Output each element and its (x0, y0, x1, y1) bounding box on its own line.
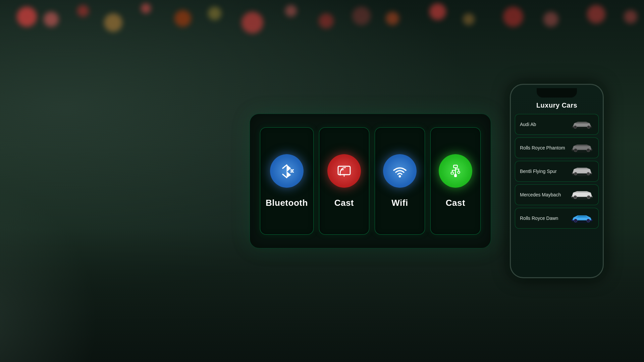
car-name: Rolls Royce Phantom (520, 145, 567, 151)
bluetooth-icon-circle (270, 154, 304, 188)
car-list-item[interactable]: Rolls Royce Dawn (515, 208, 599, 229)
car-image (570, 212, 594, 225)
car-name: Rolls Royce Dawn (520, 215, 567, 221)
svg-rect-36 (572, 220, 573, 221)
car-list-item[interactable]: Bentli Flying Spur (515, 161, 599, 182)
svg-point-2 (398, 175, 401, 177)
svg-point-40 (575, 220, 576, 221)
svg-rect-6 (454, 174, 457, 177)
svg-point-26 (575, 173, 576, 174)
svg-point-13 (588, 126, 589, 127)
svg-rect-30 (591, 196, 593, 197)
svg-rect-15 (572, 149, 573, 150)
main-content: Bluetooth Cas (0, 0, 644, 362)
car-name: Bentli Flying Spur (520, 168, 567, 174)
bluetooth-label: Bluetooth (266, 198, 308, 208)
cast2-label: Cast (446, 198, 465, 208)
cast2-button[interactable]: Cast (430, 127, 481, 235)
wifi-icon (391, 162, 409, 180)
cast1-label: Cast (334, 198, 354, 208)
svg-rect-22 (572, 173, 573, 174)
bluetooth-button[interactable]: Bluetooth (260, 127, 314, 235)
car-image (570, 141, 594, 155)
svg-point-34 (588, 196, 589, 198)
bluetooth-icon (278, 162, 296, 180)
wifi-icon-circle (383, 154, 417, 188)
svg-rect-29 (571, 196, 573, 197)
phone-mockup: Luxury Cars Audi Ab Rolls Royce Phantom … (510, 84, 604, 278)
car-list: Audi Ab Rolls Royce Phantom Bentli Flyin… (511, 112, 603, 277)
car-image (570, 165, 594, 178)
luxury-cars-title: Luxury Cars (536, 102, 577, 109)
svg-point-20 (588, 149, 589, 151)
cast-red-icon (335, 162, 353, 180)
svg-rect-8 (572, 126, 574, 127)
car-list-item[interactable]: Mercedes Maybach (515, 184, 599, 205)
car-name: Mercedes Maybach (520, 192, 567, 198)
car-image (570, 118, 594, 131)
phone-header: Luxury Cars (511, 98, 603, 112)
svg-point-19 (575, 149, 576, 151)
svg-rect-16 (591, 149, 592, 150)
svg-point-27 (588, 173, 589, 174)
connection-buttons: Bluetooth Cas (260, 127, 481, 235)
svg-rect-37 (591, 220, 592, 221)
svg-point-1 (339, 174, 341, 175)
svg-point-12 (575, 126, 576, 127)
usb-icon (447, 163, 464, 179)
wifi-label: Wifi (391, 198, 408, 208)
wifi-button[interactable]: Wifi (375, 127, 425, 235)
car-name: Audi Ab (520, 121, 567, 127)
svg-rect-9 (590, 126, 592, 127)
phone-notch (537, 88, 577, 98)
car-list-item[interactable]: Audi Ab (515, 114, 599, 135)
car-list-item[interactable]: Rolls Royce Phantom (515, 137, 599, 158)
car-image (570, 188, 594, 201)
cast-red-icon-circle (327, 154, 361, 188)
cast1-button[interactable]: Cast (319, 127, 369, 235)
svg-rect-23 (591, 173, 592, 174)
svg-point-41 (588, 220, 589, 221)
infotainment-panel: Bluetooth Cas (250, 114, 491, 248)
cast-green-icon-circle (439, 154, 472, 188)
svg-rect-4 (451, 172, 454, 174)
svg-point-33 (575, 196, 576, 198)
